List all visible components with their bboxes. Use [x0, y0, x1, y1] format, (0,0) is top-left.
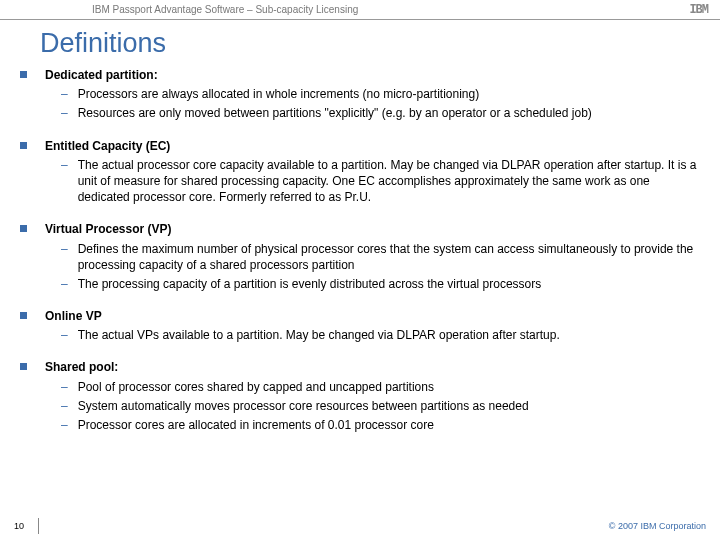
sub-text: System automatically moves processor cor… — [78, 398, 700, 414]
sub-item: – The actual VPs available to a partitio… — [45, 327, 700, 343]
definition-term: Online VP — [45, 309, 102, 323]
dash-icon: – — [61, 86, 68, 102]
definition-term: Virtual Processor (VP) — [45, 222, 172, 236]
dash-icon: – — [61, 398, 68, 414]
definition-body: Shared pool: – Pool of processor cores s… — [45, 359, 700, 433]
definition-block: Shared pool: – Pool of processor cores s… — [20, 359, 700, 433]
copyright-text: © 2007 IBM Corporation — [609, 521, 706, 531]
definition-term: Entitled Capacity (EC) — [45, 139, 170, 153]
dash-icon: – — [61, 379, 68, 395]
header-title: IBM Passport Advantage Software – Sub-ca… — [92, 4, 358, 15]
page-number: 10 — [14, 521, 36, 531]
sub-item: – Pool of processor cores shared by capp… — [45, 379, 700, 395]
square-bullet-icon — [20, 312, 27, 319]
definition-body: Online VP – The actual VPs available to … — [45, 308, 700, 343]
definition-body: Virtual Processor (VP) – Defines the max… — [45, 221, 700, 292]
slide-title: Definitions — [40, 28, 720, 59]
definition-block: Online VP – The actual VPs available to … — [20, 308, 700, 343]
content-area: Dedicated partition: – Processors are al… — [0, 67, 720, 433]
square-bullet-icon — [20, 142, 27, 149]
dash-icon: – — [61, 157, 68, 206]
sub-item: – The actual processor core capacity ava… — [45, 157, 700, 206]
dash-icon: – — [61, 105, 68, 121]
sub-item: – The processing capacity of a partition… — [45, 276, 700, 292]
sub-item: – Processors are always allocated in who… — [45, 86, 700, 102]
dash-icon: – — [61, 417, 68, 433]
sub-text: The actual VPs available to a partition.… — [78, 327, 700, 343]
sub-text: Pool of processor cores shared by capped… — [78, 379, 700, 395]
dash-icon: – — [61, 327, 68, 343]
sub-text: Processor cores are allocated in increme… — [78, 417, 700, 433]
sub-item: – Resources are only moved between parti… — [45, 105, 700, 121]
definition-block: Virtual Processor (VP) – Defines the max… — [20, 221, 700, 292]
sub-text: The actual processor core capacity avail… — [78, 157, 700, 206]
definition-block: Dedicated partition: – Processors are al… — [20, 67, 700, 122]
definition-block: Entitled Capacity (EC) – The actual proc… — [20, 138, 700, 206]
slide-footer: 10 © 2007 IBM Corporation — [0, 518, 720, 534]
square-bullet-icon — [20, 363, 27, 370]
sub-text: Defines the maximum number of physical p… — [78, 241, 700, 273]
sub-item: – Defines the maximum number of physical… — [45, 241, 700, 273]
definition-term: Dedicated partition: — [45, 68, 158, 82]
sub-text: The processing capacity of a partition i… — [78, 276, 700, 292]
square-bullet-icon — [20, 225, 27, 232]
footer-divider — [38, 518, 39, 534]
square-bullet-icon — [20, 71, 27, 78]
definition-term: Shared pool: — [45, 360, 118, 374]
dash-icon: – — [61, 241, 68, 273]
ibm-logo: IBM — [689, 3, 708, 17]
definition-body: Dedicated partition: – Processors are al… — [45, 67, 700, 122]
sub-item: – System automatically moves processor c… — [45, 398, 700, 414]
sub-item: – Processor cores are allocated in incre… — [45, 417, 700, 433]
definition-body: Entitled Capacity (EC) – The actual proc… — [45, 138, 700, 206]
sub-text: Resources are only moved between partiti… — [78, 105, 700, 121]
slide-header: IBM Passport Advantage Software – Sub-ca… — [0, 0, 720, 20]
sub-text: Processors are always allocated in whole… — [78, 86, 700, 102]
dash-icon: – — [61, 276, 68, 292]
